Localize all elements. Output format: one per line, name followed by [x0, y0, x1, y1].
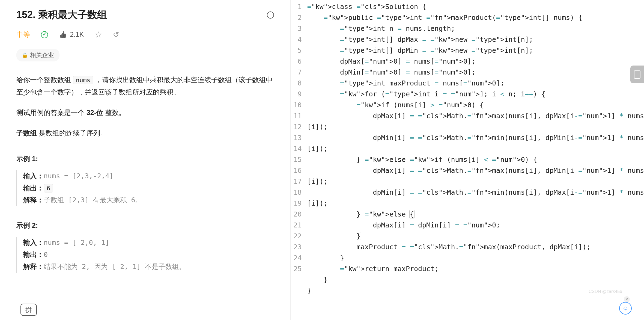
difficulty-badge: 中等 — [16, 30, 30, 39]
example-2-title: 示例 2: — [16, 221, 274, 230]
watermark-text: CSDN @zark456 — [589, 289, 622, 294]
solved-check-icon[interactable] — [41, 31, 48, 38]
problem-title: 152. 乘积最大子数组 — [16, 8, 107, 22]
chat-support-button[interactable]: ☺ — [619, 302, 632, 315]
example-1-title: 示例 1: — [16, 154, 274, 163]
problem-meta-row: 中等 2.1K — [16, 30, 274, 39]
like-count: 2.1K — [70, 31, 84, 38]
code-editor-area[interactable]: ="kw">class ="cls">Solution { ="kw">publ… — [307, 0, 644, 320]
problem-paragraph-2: 测试用例的答案是一个 32-位 整数。 — [16, 106, 274, 119]
more-options-icon[interactable] — [267, 11, 274, 19]
problem-paragraph-1: 给你一个整数数组 nums ，请你找出数组中乘积最大的非空连续子数组（该子数组中… — [16, 74, 274, 98]
problem-description-panel: 152. 乘积最大子数组 中等 2.1K 🔒 相关企业 给你一个整数数组 num… — [0, 0, 290, 320]
ime-indicator[interactable]: 拼 — [20, 304, 37, 316]
example-2-block: 输入：nums = [-2,0,-1] 输出：0 解释：结果不能为 2, 因为 … — [16, 237, 274, 272]
thumb-up-icon — [59, 31, 67, 38]
problem-paragraph-3: 子数组 是数组的连续子序列。 — [16, 127, 274, 139]
lock-icon: 🔒 — [22, 52, 28, 58]
example-1-block: 输入：nums = [2,3,-2,4] 输出：6 解释：子数组 [2,3] 有… — [16, 170, 274, 206]
like-button[interactable]: 2.1K — [59, 31, 84, 38]
favorite-star-icon[interactable] — [95, 30, 102, 39]
close-chat-icon[interactable]: ✕ — [624, 296, 630, 302]
document-icon — [634, 70, 640, 79]
company-tag-label: 相关企业 — [30, 51, 54, 59]
line-number-gutter: 1234567891011121314151617181920212223242… — [291, 0, 307, 320]
code-editor-panel[interactable]: 1234567891011121314151617181920212223242… — [291, 0, 644, 320]
related-companies-tag[interactable]: 🔒 相关企业 — [16, 49, 59, 61]
share-icon[interactable] — [113, 30, 119, 39]
inline-code-nums: nums — [73, 76, 93, 84]
floating-notes-button[interactable] — [630, 66, 644, 83]
